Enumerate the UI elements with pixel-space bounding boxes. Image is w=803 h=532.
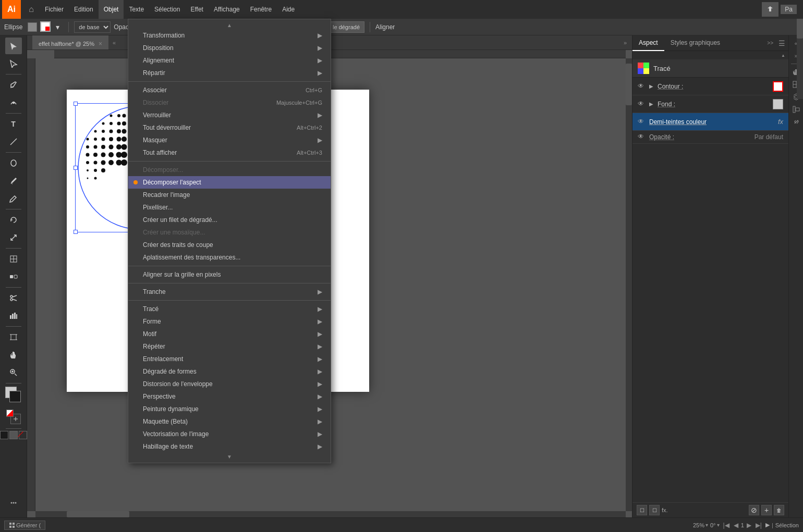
nav-first[interactable]: |◀: [722, 522, 731, 529]
fond-swatch[interactable]: [773, 99, 783, 109]
canvas-tab-collapse-right[interactable]: »: [624, 40, 627, 46]
menu-fichier[interactable]: Fichier: [40, 0, 69, 19]
ellipse-tool[interactable]: [5, 155, 22, 171]
rotation-control[interactable]: 0° ▾: [710, 522, 720, 528]
menu-item-masquer[interactable]: Masquer ▶: [128, 134, 331, 146]
menu-item-degrade-formes[interactable]: Dégradé de formes ▶: [128, 365, 331, 378]
hand-tool[interactable]: [5, 347, 22, 363]
more-tools-btn[interactable]: [5, 494, 22, 511]
text-tool[interactable]: T: [5, 116, 22, 132]
canvas-tab-close[interactable]: ×: [99, 40, 102, 47]
swatch-none[interactable]: [19, 431, 27, 439]
menu-item-tranche[interactable]: Tranche ▶: [128, 286, 331, 298]
generate-btn[interactable]: Générer (: [4, 521, 45, 530]
swatch-black[interactable]: [0, 431, 8, 439]
paintbrush-tool[interactable]: [5, 172, 22, 189]
handle-bl[interactable]: [74, 230, 78, 234]
panel-menu[interactable]: ☰: [775, 39, 788, 47]
nav-prev[interactable]: ◀: [732, 522, 740, 529]
pa-button[interactable]: Pa: [781, 5, 797, 14]
pencil-tool[interactable]: [5, 190, 22, 207]
share-button[interactable]: [762, 2, 778, 17]
nav-last[interactable]: ▶|: [754, 522, 763, 529]
scrollbar-h[interactable]: [35, 511, 626, 517]
mesh-tool[interactable]: [5, 251, 22, 267]
menu-item-disposition[interactable]: Disposition ▶: [128, 42, 331, 54]
panel-scrollbar-thumb[interactable]: [797, 18, 803, 39]
menu-item-recadrer-image[interactable]: Recadrer l'image: [128, 189, 331, 201]
menu-texte[interactable]: Texte: [124, 0, 149, 19]
direct-selection-tool[interactable]: [5, 55, 22, 72]
scroll-up-btn[interactable]: ▲: [780, 52, 786, 58]
pen-tool[interactable]: [5, 77, 22, 93]
menu-item-aligner-grille[interactable]: Aligner sur la grille en pixels: [128, 268, 331, 281]
scrollbar-h-thumb[interactable]: [67, 511, 129, 517]
eye-opacite[interactable]: 👁: [638, 133, 646, 141]
footer-layer-btn[interactable]: ☐: [637, 505, 647, 515]
menu-fenetre[interactable]: Fenêtre: [245, 0, 277, 19]
triangle-contour[interactable]: ▶: [649, 83, 655, 90]
menu-item-repeter[interactable]: Répéter ▶: [128, 340, 331, 353]
swatch-gray[interactable]: [9, 431, 18, 439]
fill-color-btn[interactable]: [40, 21, 51, 32]
line-segment-tool[interactable]: [5, 133, 22, 150]
menu-item-aplatissement[interactable]: Aplatissement des transparences...: [128, 251, 331, 264]
menu-item-associer[interactable]: Associer Ctrl+G: [128, 84, 331, 96]
menu-item-repartir[interactable]: Répartir ▶: [128, 67, 331, 79]
panel-scrollbar[interactable]: [797, 16, 803, 99]
fx-area[interactable]: [3, 407, 24, 426]
menu-item-pixelliser[interactable]: Pixelliser...: [128, 201, 331, 214]
footer-delete-btn[interactable]: 🗑: [774, 505, 784, 515]
tab-styles-graphiques[interactable]: Styles graphiques: [664, 35, 726, 51]
scrollbar-v-thumb[interactable]: [626, 64, 632, 105]
nav-next[interactable]: ▶: [745, 522, 753, 529]
menu-item-peinture-dynamique[interactable]: Peinture dynamique ▶: [128, 403, 331, 415]
menu-item-dissocier[interactable]: Dissocier Majuscule+Ctrl+G: [128, 96, 331, 109]
menu-item-decomposer[interactable]: Décomposer...: [128, 164, 331, 176]
tab-aspect[interactable]: Aspect: [632, 35, 664, 51]
blend-mode-select[interactable]: de base: [74, 21, 111, 33]
menu-item-maquette[interactable]: Maquette (Beta) ▶: [128, 415, 331, 428]
footer-add-btn[interactable]: +: [761, 505, 772, 515]
eye-fond[interactable]: 👁: [638, 100, 646, 108]
menu-item-habillage-texte[interactable]: Habillage de texte ▶: [128, 440, 331, 453]
menu-item-trace[interactable]: Tracé ▶: [128, 303, 331, 315]
rotate-tool[interactable]: [5, 212, 22, 228]
curvature-tool[interactable]: [5, 94, 22, 111]
fond-label[interactable]: Fond :: [658, 101, 773, 108]
scale-tool[interactable]: [5, 229, 22, 246]
menu-item-entrelacement[interactable]: Entrelacement ▶: [128, 353, 331, 365]
canvas-tab-collapse-left[interactable]: «: [113, 40, 116, 46]
menu-item-transformation[interactable]: Transformation ▶: [128, 29, 331, 42]
menu-item-forme[interactable]: Forme ▶: [128, 315, 331, 328]
footer-fx-label[interactable]: fx.: [662, 507, 668, 513]
menu-item-vectorisation[interactable]: Vectorisation de l'image ▶: [128, 428, 331, 440]
selection-tool[interactable]: [5, 38, 22, 54]
panel-tab-expand[interactable]: >>: [765, 40, 775, 46]
menu-item-alignement[interactable]: Alignement ▶: [128, 54, 331, 67]
fill-swatch[interactable]: [28, 22, 37, 32]
eye-contour[interactable]: 👁: [638, 82, 646, 91]
menu-item-perspective[interactable]: Perspective ▶: [128, 390, 331, 403]
play-btn[interactable]: ▶: [765, 522, 770, 528]
artboard-tool[interactable]: [5, 329, 22, 345]
stroke-color-swatch[interactable]: [9, 391, 21, 402]
scrollbar-v[interactable]: [626, 58, 632, 511]
menu-item-creer-mosaique[interactable]: Créer une mosaïque...: [128, 226, 331, 239]
menu-item-motif[interactable]: Motif ▶: [128, 328, 331, 340]
eye-demi-teintes[interactable]: 👁: [638, 118, 646, 126]
scissors-tool[interactable]: [5, 290, 22, 306]
triangle-fond[interactable]: ▶: [649, 101, 655, 107]
footer-new-btn[interactable]: ☐: [649, 505, 660, 515]
contour-label[interactable]: Contour :: [658, 83, 773, 90]
home-button[interactable]: ⌂: [23, 1, 40, 18]
zoom-control[interactable]: 25% ▾: [693, 522, 708, 528]
footer-no-btn[interactable]: ⊘: [749, 505, 759, 515]
menu-item-creer-traits-coupe[interactable]: Créer des traits de coupe: [128, 239, 331, 251]
stroke-btn[interactable]: ▾: [52, 21, 63, 33]
menu-item-decomposer-aspect[interactable]: Décomposer l'aspect: [128, 176, 331, 189]
menu-effet[interactable]: Effet: [185, 0, 208, 19]
contour-swatch[interactable]: [773, 81, 783, 92]
properties-icon[interactable]: [790, 104, 802, 115]
demi-teintes-label[interactable]: Demi-teintes couleur: [649, 118, 776, 126]
